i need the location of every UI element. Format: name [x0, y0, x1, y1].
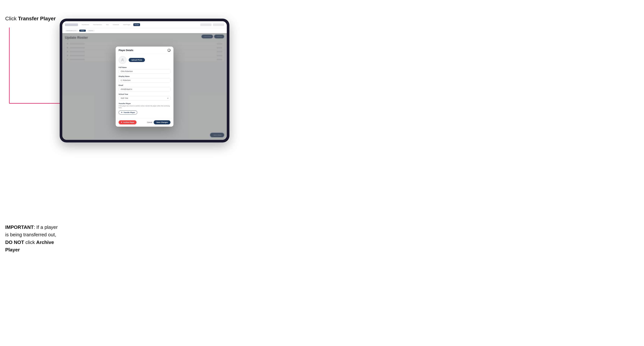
instruction-important-text: IMPORTANT: If a player is being transfer…	[5, 223, 61, 253]
dialog-overlay: Player Details ×	[62, 33, 227, 140]
avatar-placeholder	[118, 56, 126, 64]
transfer-player-button[interactable]: ⟳ Transfer Player	[118, 110, 137, 115]
transfer-section-label: Transfer Player	[118, 103, 170, 104]
app-header: Dashboard Tournaments Tour Schedule Add …	[62, 21, 227, 28]
photo-upload-row: Upload Photo	[118, 56, 170, 64]
full-name-input[interactable]	[118, 69, 170, 74]
sub-nav-active[interactable]: Active	[79, 30, 86, 32]
email-input[interactable]	[118, 87, 170, 91]
school-year-label: School Year	[118, 93, 170, 95]
sub-header: Dashboard (117) Active Inactive	[62, 28, 227, 33]
header-btn-1	[200, 23, 212, 26]
nav-roster[interactable]: Roster	[133, 23, 140, 26]
school-year-select[interactable]: First Year Second Year Third Year Fourth…	[118, 96, 170, 100]
svg-point-3	[122, 59, 123, 60]
do-not-bold: DO NOT	[5, 239, 24, 245]
tablet-device: Dashboard Tournaments Tour Schedule Add …	[60, 19, 230, 143]
sub-nav-inactive[interactable]: Inactive	[87, 30, 95, 32]
player-details-dialog: Player Details ×	[116, 46, 174, 127]
transfer-icon: ⟳	[121, 112, 122, 113]
instruction-click-text: Click Transfer Player	[5, 15, 58, 22]
tablet-screen: Dashboard Tournaments Tour Schedule Add …	[62, 21, 227, 140]
dialog-title: Player Details	[118, 49, 133, 52]
display-name-input[interactable]	[118, 78, 170, 82]
archive-btn-label: Archive Player	[123, 121, 134, 123]
dialog-footer: ⬇ Archive Player Cancel Save Changes	[116, 118, 174, 127]
full-name-group: Full Name	[118, 66, 170, 74]
nav-tournaments[interactable]: Tournaments	[92, 23, 103, 26]
dialog-body: Upload Photo Full Name Display Name	[116, 54, 174, 118]
email-label: Email	[118, 84, 170, 86]
transfer-desc: If this player has moved to another scho…	[118, 105, 170, 109]
nav-tour[interactable]: Tour	[105, 23, 110, 26]
instruction-click-area: Click Transfer Player	[5, 15, 58, 22]
do-not-text: click	[24, 239, 36, 245]
school-year-group: School Year First Year Second Year Third…	[118, 93, 170, 100]
save-changes-button[interactable]: Save Changes	[154, 120, 170, 124]
dialog-close-button[interactable]: ×	[168, 49, 170, 52]
header-btn-2	[213, 23, 224, 26]
display-name-group: Display Name	[118, 75, 170, 82]
cancel-button[interactable]: Cancel	[147, 121, 152, 123]
transfer-player-btn-label: Transfer Player	[124, 112, 135, 113]
archive-player-button[interactable]: ⬇ Archive Player	[118, 120, 136, 124]
main-content: Update Roster + Add to Roster + Add Play…	[62, 33, 227, 140]
display-name-label: Display Name	[118, 75, 170, 77]
app-nav: Dashboard Tournaments Tour Schedule Add …	[80, 23, 198, 26]
nav-add-player[interactable]: Add Player	[122, 23, 132, 26]
email-group: Email	[118, 84, 170, 91]
archive-icon: ⬇	[121, 121, 122, 123]
transfer-player-section: Transfer Player If this player has moved…	[118, 103, 170, 115]
dialog-header: Player Details ×	[116, 46, 174, 54]
nav-schedule[interactable]: Schedule	[112, 23, 120, 26]
nav-dashboard[interactable]: Dashboard	[80, 23, 90, 26]
instruction-transfer-bold: Transfer Player	[18, 16, 56, 21]
header-right	[200, 23, 224, 26]
instruction-important-area: IMPORTANT: If a player is being transfer…	[5, 223, 61, 253]
app-logo	[65, 23, 78, 26]
upload-photo-button[interactable]: Upload Photo	[129, 58, 145, 62]
full-name-label: Full Name	[118, 66, 170, 68]
sub-nav-dashboard[interactable]: Dashboard (117)	[65, 30, 78, 32]
important-label: IMPORTANT	[5, 224, 34, 230]
